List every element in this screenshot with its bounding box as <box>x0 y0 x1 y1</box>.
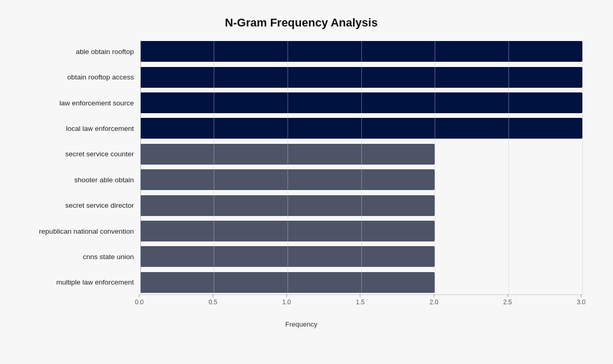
bar-fill <box>140 41 582 62</box>
x-tick: 0.0 <box>135 294 144 306</box>
x-axis-title: Frequency <box>21 320 582 328</box>
bar-fill <box>140 118 582 139</box>
bar-cell <box>140 91 582 114</box>
bar-label: republican national convention <box>21 219 140 242</box>
bar-label: law enforcement source <box>21 91 140 114</box>
bar-cell <box>140 40 582 63</box>
x-axis: 0.00.51.01.52.02.53.0 <box>140 294 582 320</box>
tick-label: 1.5 <box>356 299 365 306</box>
bar-fill <box>140 169 435 190</box>
tick-mark <box>507 294 508 297</box>
bar-label: secret service counter <box>21 142 140 166</box>
x-tick: 1.5 <box>356 294 365 306</box>
bar-fill <box>140 195 435 216</box>
tick-label: 2.0 <box>429 299 438 306</box>
tick-label: 0.0 <box>135 299 144 306</box>
bar-label: shooter able obtain <box>21 168 140 192</box>
x-tick: 2.5 <box>503 294 512 306</box>
bar-cell <box>140 271 582 294</box>
bar-fill <box>140 92 582 113</box>
x-tick: 2.0 <box>429 294 438 306</box>
tick-mark <box>286 294 287 297</box>
bar-label: multiple law enforcement <box>21 271 140 294</box>
tick-mark <box>139 294 139 297</box>
y-axis-labels: able obtain rooftopobtain rooftop access… <box>21 40 140 294</box>
bar-fill <box>140 221 435 241</box>
bar-fill <box>140 272 435 293</box>
tick-mark <box>581 294 581 297</box>
bar-label: obtain rooftop access <box>21 65 140 89</box>
bar-cell <box>140 117 582 140</box>
bar-cell <box>140 142 582 166</box>
bar-cell <box>140 219 582 242</box>
tick-label: 2.5 <box>503 299 512 306</box>
x-tick: 0.5 <box>208 294 217 306</box>
tick-mark <box>360 294 360 297</box>
bar-label: local law enforcement <box>21 117 140 140</box>
bar-fill <box>140 67 582 88</box>
bar-label: secret service director <box>21 194 140 217</box>
tick-label: 1.0 <box>282 299 291 306</box>
chart-title: N-Gram Frequency Analysis <box>21 16 582 30</box>
tick-mark <box>213 294 213 297</box>
bars-area <box>140 40 582 294</box>
bar-cell <box>140 168 582 192</box>
bar-cell <box>140 65 582 89</box>
bar-fill <box>140 144 435 165</box>
bar-cell <box>140 245 582 268</box>
bar-label: cnns state union <box>21 245 140 268</box>
chart-container: N-Gram Frequency Analysis able obtain ro… <box>10 6 603 359</box>
grid-line <box>582 40 583 294</box>
tick-mark <box>434 294 434 297</box>
tick-label: 3.0 <box>577 299 586 306</box>
bar-fill <box>140 246 435 267</box>
x-tick: 1.0 <box>282 294 291 306</box>
bar-label: able obtain rooftop <box>21 40 140 63</box>
x-tick: 3.0 <box>577 294 586 306</box>
tick-label: 0.5 <box>208 299 217 306</box>
bar-cell <box>140 194 582 217</box>
